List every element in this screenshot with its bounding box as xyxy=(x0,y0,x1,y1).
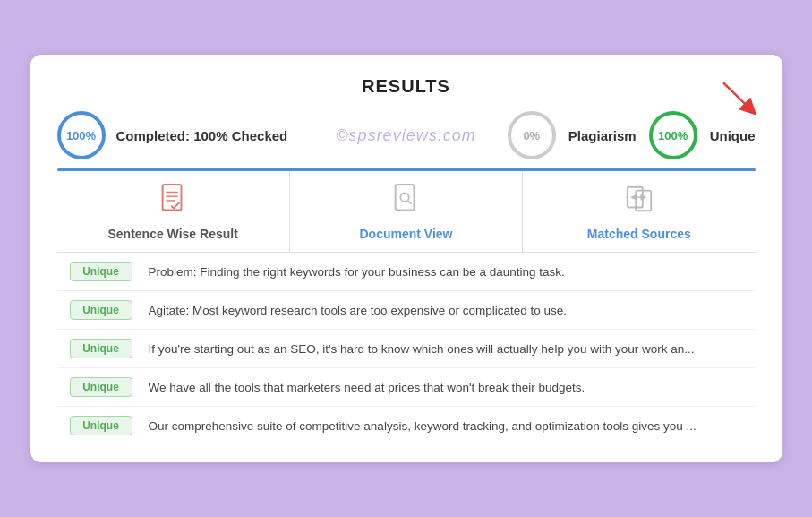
unique-badge: Unique xyxy=(70,377,132,397)
unique-badge: Unique xyxy=(70,300,132,320)
result-sentence: We have all the tools that marketers nee… xyxy=(149,381,585,394)
unique-circle: 100% xyxy=(649,111,697,159)
tab-matched-label: Matched Sources xyxy=(587,227,691,241)
arrow-annotation xyxy=(716,77,759,124)
document-lines-icon xyxy=(158,184,187,220)
top-right-section: 0% Plagiarism 100% Unique xyxy=(508,111,756,159)
completed-label: Completed: 100% Checked xyxy=(116,128,288,143)
tab-document-label: Document View xyxy=(359,227,452,241)
table-row: UniqueOur comprehensive suite of competi… xyxy=(57,407,756,444)
arrow-icon xyxy=(716,77,759,120)
unique-badge: Unique xyxy=(70,262,132,281)
results-table: UniqueProblem: Finding the right keyword… xyxy=(57,253,756,444)
tab-matched-sources[interactable]: Matched Sources xyxy=(523,171,755,252)
plagiarism-circle: 0% xyxy=(508,111,556,159)
table-row: UniqueProblem: Finding the right keyword… xyxy=(57,253,756,291)
results-title: RESULTS xyxy=(57,76,756,97)
tab-sentence-wise[interactable]: Sentence Wise Result xyxy=(57,171,290,252)
completed-circle: 100% xyxy=(57,111,106,159)
result-sentence: Our comprehensive suite of competitive a… xyxy=(149,419,697,433)
result-sentence: If you're starting out as an SEO, it's h… xyxy=(149,342,695,356)
result-sentence: Problem: Finding the right keywords for … xyxy=(149,265,565,279)
unique-badge: Unique xyxy=(70,416,132,435)
watermark: ©spsreviews.com xyxy=(336,126,475,145)
table-row: UniqueWe have all the tools that markete… xyxy=(57,368,756,407)
svg-rect-6 xyxy=(396,185,415,210)
top-left-section: 100% Completed: 100% Checked xyxy=(57,111,288,159)
results-card: RESULTS 100% Completed: 100% Checked ©sp… xyxy=(30,55,782,462)
unique-label: Unique xyxy=(710,128,756,143)
result-sentence: Agitate: Most keyword research tools are… xyxy=(149,304,567,317)
search-document-icon xyxy=(391,184,420,220)
tab-document-view[interactable]: Document View xyxy=(290,171,523,252)
table-row: UniqueAgitate: Most keyword research too… xyxy=(57,291,756,330)
top-bar: 100% Completed: 100% Checked ©spsreviews… xyxy=(57,111,756,159)
unique-badge: Unique xyxy=(70,339,132,358)
svg-point-7 xyxy=(401,193,409,201)
svg-line-8 xyxy=(408,201,412,204)
plagiarism-label: Plagiarism xyxy=(568,128,637,143)
tabs-row: Sentence Wise Result Document View xyxy=(57,171,756,253)
svg-line-1 xyxy=(723,82,750,109)
compare-document-icon xyxy=(625,184,654,220)
table-row: UniqueIf you're starting out as an SEO, … xyxy=(57,330,756,368)
tab-sentence-label: Sentence Wise Result xyxy=(107,227,237,241)
